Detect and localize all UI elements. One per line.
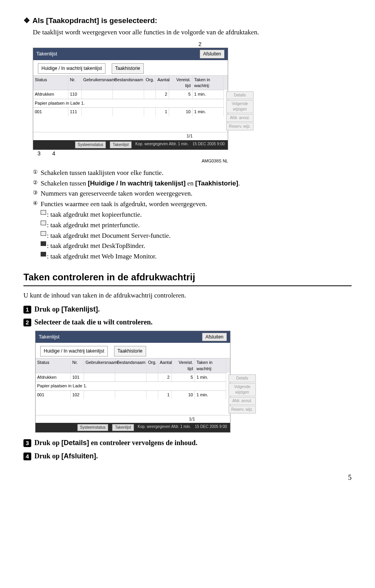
tab-current-queue[interactable]: Huidige / In wachtrij takenlijst bbox=[40, 346, 108, 356]
tab-current-queue[interactable]: Huidige / In wachtrij takenlijst bbox=[38, 63, 105, 74]
col-nr: Nr. bbox=[68, 76, 82, 90]
desktopbinder-icon bbox=[41, 241, 46, 246]
legend-3: Nummers van gereserveerde taken worden w… bbox=[41, 189, 193, 198]
close-button[interactable]: Afsluiten bbox=[202, 333, 227, 342]
status-info: Kop. weergegeven Afdr. 1 min. bbox=[136, 141, 189, 148]
icon-legend-copy: : taak afgedrukt met kopieerfunctie. bbox=[47, 210, 142, 219]
joblist-button[interactable]: Takenlijst bbox=[110, 141, 131, 148]
side-buttons: Details Volgende wijzigen Afdr. annul. R… bbox=[224, 90, 256, 132]
step-1: 1 Druk op [Takenlijst]. bbox=[23, 305, 352, 314]
section-heading: ❖Als [Taakopdracht] is geselecteerd: bbox=[23, 16, 352, 26]
title-prefix: Als bbox=[32, 16, 46, 25]
step-3: 3 Druk op [Details] en controleer vervol… bbox=[23, 438, 352, 448]
webimagemonitor-icon bbox=[41, 252, 46, 257]
page-number: 5 bbox=[23, 473, 352, 483]
system-status-button[interactable]: Systeemstatus bbox=[77, 424, 109, 431]
col-filename: Bestandsnaam bbox=[113, 76, 144, 90]
col-count: Aantal bbox=[156, 76, 169, 90]
screenshot-2: Takenlijst Afsluiten Huidige / In wachtr… bbox=[35, 331, 230, 433]
tab-history[interactable]: Taakhistorie bbox=[114, 346, 146, 356]
change-reserve-button[interactable]: Reserv. wijz. bbox=[226, 123, 254, 130]
circle-2-icon: ② bbox=[33, 179, 41, 188]
table-header: Status Nr. Gebruikersnaam Bestandsnaam O… bbox=[36, 358, 230, 373]
title-bold: [Taakopdracht] bbox=[46, 16, 99, 25]
icon-legend-docserver: : taak afgedrukt met Document Server-fun… bbox=[47, 231, 171, 241]
step-badge: 4 bbox=[23, 453, 31, 460]
legend-2: Schakelen tussen [Huidige / In wachtrij … bbox=[41, 179, 240, 188]
legend-1: Schakelen tussen taaklijsten voor elke f… bbox=[41, 168, 163, 178]
col-status: Status bbox=[33, 76, 68, 90]
tabs-row: Huidige / In wachtrij takenlijst Taakhis… bbox=[36, 343, 230, 358]
table-row[interactable]: Afdrukken 110 2 5 1 min. bbox=[33, 90, 224, 98]
subsection-heading: Taken controleren in de afdrukwachtrij bbox=[23, 271, 352, 286]
cancel-print-button[interactable]: Afdr. annul. bbox=[229, 397, 256, 405]
title-suffix: is geselecteerd: bbox=[99, 16, 157, 25]
window-title: Takenlijst bbox=[39, 333, 59, 340]
figure-2: Takenlijst Afsluiten Huidige / In wachtr… bbox=[35, 331, 352, 433]
window-titlebar: Takenlijst Afsluiten bbox=[33, 48, 228, 60]
figure-label: AMG038S NL bbox=[33, 158, 228, 164]
close-button[interactable]: Afsluiten bbox=[200, 50, 225, 59]
status-date: 15 DEC 2005 9:00 bbox=[195, 424, 227, 431]
icon-legend-wim: : taak afgedrukt met Web Image Monitor. bbox=[47, 252, 157, 261]
diamond-icon: ❖ bbox=[23, 16, 30, 25]
details-button[interactable]: Details bbox=[229, 374, 256, 382]
circle-1-icon: ① bbox=[33, 168, 41, 178]
col-queue: Taken in wachtrij: bbox=[193, 76, 224, 90]
icon-legend-dtb: : taak afgedrukt met DeskTopBinder. bbox=[47, 241, 145, 251]
change-reserve-button[interactable]: Reserv. wijz. bbox=[229, 406, 256, 413]
window-title: Takenlijst bbox=[36, 50, 57, 57]
col-user: Gebruikersnaam bbox=[82, 76, 113, 90]
change-next-button[interactable]: Volgende wijzigen bbox=[226, 100, 254, 113]
status-info: Kop. weergegeven Afdr. 1 min. bbox=[138, 424, 191, 431]
step-2-text: Selecteer de taak die u wilt controleren… bbox=[34, 317, 152, 327]
tab-history[interactable]: Taakhistorie bbox=[112, 63, 144, 74]
details-button[interactable]: Details bbox=[226, 91, 254, 99]
col-org: Org. bbox=[144, 76, 156, 90]
table-row[interactable]: Papier plaatsen in Lade 1. bbox=[33, 99, 224, 107]
statusbar: Systeemstatus Takenlijst Kop. weergegeve… bbox=[33, 140, 228, 150]
legend-list: ① Schakelen tussen taaklijsten voor elke… bbox=[33, 168, 352, 261]
step-badge: 1 bbox=[23, 306, 31, 314]
window-titlebar: Takenlijst Afsluiten bbox=[36, 331, 230, 343]
pager: 1/1 bbox=[33, 132, 228, 140]
table-row[interactable]: 001 102 1 10 1 min. bbox=[36, 390, 226, 399]
circle-4-icon: ④ bbox=[33, 200, 41, 209]
docserver-icon bbox=[41, 231, 46, 236]
change-next-button[interactable]: Volgende wijzigen bbox=[229, 383, 256, 396]
table-row[interactable]: 001 111 1 10 1 min. bbox=[33, 107, 224, 116]
copy-icon bbox=[41, 210, 46, 215]
circle-3-icon: ③ bbox=[33, 189, 41, 198]
step-2: 2 Selecteer de taak die u wilt controler… bbox=[23, 317, 352, 327]
pager: 1/1 bbox=[36, 415, 230, 423]
statusbar: Systeemstatus Takenlijst Kop. weergegeve… bbox=[36, 423, 230, 432]
section-description: De taaklijst wordt weergegeven voor alle… bbox=[33, 28, 352, 37]
step-badge: 2 bbox=[23, 319, 31, 326]
figure-1: 2 Takenlijst Afsluiten Huidige / In wach… bbox=[33, 41, 352, 164]
table-row[interactable]: Afdrukken 101 2 5 1 min. bbox=[36, 373, 226, 381]
cancel-print-button[interactable]: Afdr. annul. bbox=[226, 114, 254, 122]
table-header: Status Nr. Gebruikersnaam Bestandsnaam O… bbox=[33, 75, 228, 90]
status-date: 15 DEC 2005 9:00 bbox=[193, 141, 225, 148]
table-row[interactable]: Papier plaatsen in Lade 1. bbox=[36, 381, 226, 390]
step-4: 4 Druk op [Afsluiten]. bbox=[23, 451, 352, 461]
callout-4: 4 bbox=[52, 150, 55, 158]
col-time: Vereist. tijd bbox=[169, 76, 193, 90]
table-body: Afdrukken 110 2 5 1 min. Papier plaatsen… bbox=[33, 90, 224, 132]
tabs-row: Huidige / In wachtrij takenlijst Taakhis… bbox=[33, 60, 228, 75]
icon-legend-printer: : taak afgedrukt met printerfunctie. bbox=[47, 221, 139, 230]
screenshot-1: Takenlijst Afsluiten Huidige / In wachtr… bbox=[33, 48, 228, 150]
callout-3: 3 bbox=[38, 150, 41, 158]
joblist-button[interactable]: Takenlijst bbox=[112, 424, 134, 431]
subsection-desc: U kunt de inhoud van taken in de afdrukw… bbox=[23, 291, 352, 300]
legend-4: Functies waarmee een taak is afgedrukt, … bbox=[41, 200, 207, 209]
system-status-button[interactable]: Systeemstatus bbox=[75, 141, 106, 148]
printer-icon bbox=[41, 221, 46, 225]
step-badge: 3 bbox=[23, 439, 31, 447]
